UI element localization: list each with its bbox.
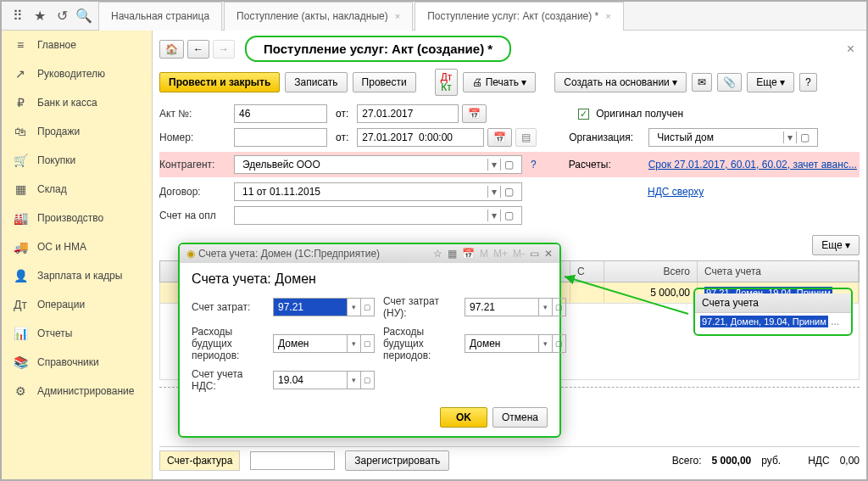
open-icon[interactable]: ▢ bbox=[796, 131, 813, 143]
expense-acc-input[interactable]: 97.21▾▢ bbox=[273, 298, 375, 316]
chevron-down-icon[interactable]: ▾ bbox=[487, 159, 500, 171]
calendar-icon[interactable]: 📅 bbox=[462, 104, 487, 123]
future-label: Расходы будущих периодов: bbox=[192, 326, 264, 361]
open-icon[interactable]: ▢ bbox=[500, 186, 517, 198]
mail-button[interactable]: ✉ bbox=[692, 73, 712, 92]
act-no-input[interactable] bbox=[234, 104, 327, 123]
chevron-down-icon[interactable]: ▾ bbox=[538, 335, 552, 352]
total-label: Всего: bbox=[672, 455, 702, 467]
register-button[interactable]: Зарегистрировать bbox=[345, 450, 449, 471]
m-plus-icon[interactable]: M+ bbox=[493, 248, 508, 260]
attach-button[interactable]: 📎 bbox=[717, 73, 742, 92]
home-button[interactable]: 🏠 bbox=[159, 40, 184, 59]
m-icon[interactable]: M bbox=[480, 248, 488, 260]
contractor-label: Контрагент: bbox=[159, 159, 231, 171]
fav-icon[interactable]: ☆ bbox=[433, 248, 442, 260]
open-icon[interactable]: ▢ bbox=[552, 299, 565, 316]
future-input[interactable]: Домен▾▢ bbox=[273, 334, 375, 353]
contractor-input[interactable]: Эдельвейс ООО▾▢ bbox=[234, 155, 522, 174]
sidebar-item-operations[interactable]: ДтОперации bbox=[2, 290, 152, 319]
calc-link[interactable]: Срок 27.01.2017, 60.01, 60.02, зачет ава… bbox=[648, 159, 857, 171]
vat-acc-label: Счет учета НДС: bbox=[192, 368, 264, 392]
help-button[interactable]: ? bbox=[799, 73, 817, 92]
invoice-input[interactable] bbox=[250, 451, 335, 470]
open-icon[interactable]: ▢ bbox=[360, 299, 374, 316]
future-input2[interactable]: Домен▾▢ bbox=[465, 334, 566, 353]
sidebar-item-salary[interactable]: 👤Зарплата и кадры bbox=[2, 261, 152, 290]
close-icon[interactable]: × bbox=[605, 11, 610, 21]
open-icon[interactable]: ▢ bbox=[500, 210, 517, 221]
sidebar-item-sales[interactable]: 🛍Продажи bbox=[2, 117, 152, 146]
open-icon[interactable]: ▢ bbox=[552, 335, 565, 352]
sidebar-item-main[interactable]: ≡Главное bbox=[2, 31, 152, 59]
sidebar-item-reports[interactable]: 📊Отчеты bbox=[2, 319, 152, 348]
vat-acc-input[interactable]: 19.04▾▢ bbox=[273, 371, 375, 389]
open-icon[interactable]: ▢ bbox=[360, 335, 374, 352]
ruble-icon: ₽ bbox=[12, 96, 29, 109]
vat-link[interactable]: НДС сверху bbox=[648, 186, 704, 198]
callout-header: Счета учета bbox=[695, 294, 851, 313]
expense-nu-input[interactable]: 97.21▾▢ bbox=[465, 298, 566, 316]
from-label: от: bbox=[336, 108, 348, 120]
sidebar-item-bank[interactable]: ₽Банк и касса bbox=[2, 88, 152, 117]
search-icon[interactable]: 🔍 bbox=[73, 5, 95, 27]
open-icon[interactable]: ▢ bbox=[500, 159, 517, 171]
sidebar-item-production[interactable]: 🏭Производство bbox=[2, 204, 152, 232]
cal-icon[interactable]: 📅 bbox=[462, 248, 475, 260]
print-button[interactable]: 🖨 Печать ▾ bbox=[463, 72, 536, 92]
sidebar-item-purchases[interactable]: 🛒Покупки bbox=[2, 146, 152, 175]
post-close-button[interactable]: Провести и закрыть bbox=[159, 72, 280, 92]
chevron-down-icon[interactable]: ▾ bbox=[347, 335, 360, 352]
close-page-icon[interactable]: × bbox=[842, 42, 860, 57]
apps-icon[interactable]: ⠿ bbox=[7, 5, 29, 27]
help-link[interactable]: ? bbox=[531, 159, 537, 171]
sidebar-item-warehouse[interactable]: ▦Склад bbox=[2, 175, 152, 204]
tab-home[interactable]: Начальная страница bbox=[98, 2, 222, 31]
dialog-title: Счета учета: Домен bbox=[192, 271, 548, 287]
chevron-down-icon[interactable]: ▾ bbox=[487, 210, 500, 221]
calendar-icon[interactable]: 📅 bbox=[487, 128, 512, 147]
back-button[interactable]: ← bbox=[187, 40, 209, 59]
accounts-callout: Счета учета 97.21, Домен, 19.04, Приним … bbox=[693, 288, 853, 336]
chevron-down-icon[interactable]: ▾ bbox=[783, 131, 796, 143]
sidebar-item-manager[interactable]: ↗Руководителю bbox=[2, 59, 152, 88]
sidebar-item-admin[interactable]: ⚙Администрирование bbox=[2, 377, 152, 405]
calc-icon[interactable]: ▦ bbox=[448, 248, 457, 260]
chevron-down-icon[interactable]: ▾ bbox=[538, 299, 552, 316]
chevron-down-icon[interactable]: ▾ bbox=[347, 299, 360, 316]
page-title: Поступление услуг: Акт (создание) * bbox=[245, 36, 511, 62]
tab-services[interactable]: Поступление услуг: Акт (создание) *× bbox=[415, 2, 624, 31]
ok-button[interactable]: OK bbox=[440, 407, 487, 428]
cancel-button[interactable]: Отмена bbox=[492, 407, 548, 428]
contract-input[interactable]: 11 от 01.11.2015▾▢ bbox=[234, 182, 522, 201]
open-icon[interactable]: ▢ bbox=[360, 372, 374, 389]
forward-button[interactable]: → bbox=[213, 40, 235, 59]
sidebar-item-refs[interactable]: 📚Справочники bbox=[2, 348, 152, 377]
sidebar-item-os[interactable]: 🚚ОС и НМА bbox=[2, 232, 152, 261]
date1-input[interactable] bbox=[357, 104, 459, 123]
post-button[interactable]: Провести bbox=[353, 72, 416, 92]
original-checkbox[interactable]: ✓ bbox=[578, 109, 589, 120]
chevron-down-icon[interactable]: ▾ bbox=[347, 372, 360, 389]
expense-acc-label: Счет затрат: bbox=[192, 301, 264, 313]
org-input[interactable]: Чистый дом▾▢ bbox=[648, 128, 818, 147]
history-icon[interactable]: ↺ bbox=[51, 5, 73, 27]
star-icon[interactable]: ★ bbox=[29, 5, 51, 27]
callout-value[interactable]: 97.21, Домен, 19.04, Приним bbox=[700, 316, 828, 327]
more-button[interactable]: Еще ▾ bbox=[747, 72, 794, 92]
date2-input[interactable] bbox=[357, 128, 484, 147]
write-button[interactable]: Записать bbox=[285, 72, 347, 92]
chevron-down-icon[interactable]: ▾ bbox=[487, 186, 500, 198]
tab-receipt[interactable]: Поступление (акты, накладные)× bbox=[224, 2, 413, 31]
more-table-button[interactable]: Еще ▾ bbox=[812, 235, 860, 255]
close-icon[interactable]: × bbox=[395, 11, 400, 21]
close-dialog-icon[interactable]: ✕ bbox=[544, 248, 553, 260]
truck-icon: 🚚 bbox=[12, 240, 29, 254]
create-based-button[interactable]: Создать на основании ▾ bbox=[554, 72, 687, 92]
m-minus-icon[interactable]: M- bbox=[513, 248, 525, 260]
dtkr-button[interactable]: ДтКт bbox=[435, 69, 459, 96]
number-input[interactable] bbox=[234, 128, 327, 147]
window-icon[interactable]: ▭ bbox=[530, 248, 539, 260]
payment-acc-input[interactable]: ▾▢ bbox=[234, 206, 522, 225]
doc-icon[interactable]: ▤ bbox=[515, 128, 537, 147]
